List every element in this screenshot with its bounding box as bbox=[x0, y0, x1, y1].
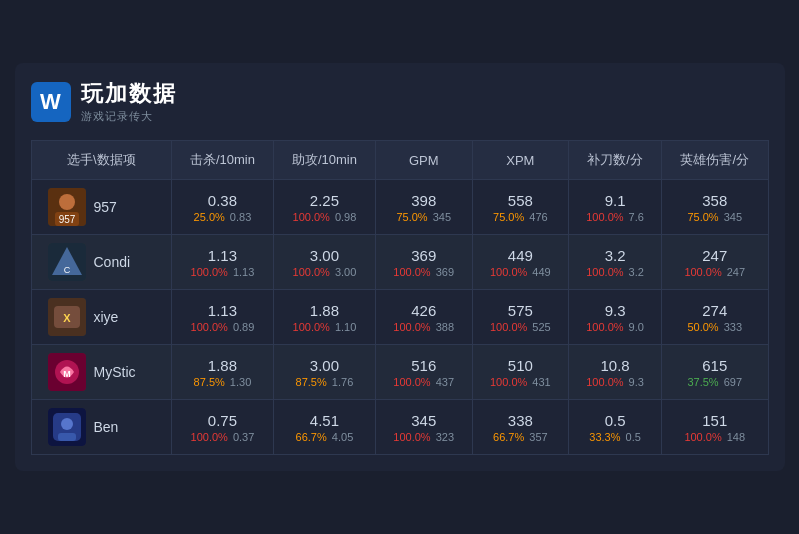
stat-pct: 100.0% bbox=[393, 266, 430, 278]
stat-val: 0.98 bbox=[332, 211, 356, 223]
stat-val: 697 bbox=[721, 376, 742, 388]
svg-rect-16 bbox=[58, 433, 76, 441]
col-cs: 补刀数/分 bbox=[569, 141, 662, 180]
stat-main-value: 345 bbox=[384, 412, 464, 429]
table-row: 957 957 0.38 25.0% 0.83 2.25 100.0% 0.98… bbox=[31, 180, 768, 235]
stat-sub-value: 25.0% 0.83 bbox=[180, 211, 265, 223]
stat-pct: 100.0% bbox=[490, 376, 527, 388]
player-cell: X xiye bbox=[31, 290, 171, 345]
stat-gpm: 426 100.0% 388 bbox=[375, 290, 472, 345]
stat-kills: 1.13 100.0% 0.89 bbox=[171, 290, 273, 345]
stat-xpm: 575 100.0% 525 bbox=[472, 290, 569, 345]
stat-sub-value: 100.0% 1.13 bbox=[180, 266, 265, 278]
stat-val: 357 bbox=[526, 431, 547, 443]
stat-pct: 100.0% bbox=[490, 321, 527, 333]
stat-main-value: 338 bbox=[481, 412, 561, 429]
stat-sub-value: 100.0% 431 bbox=[481, 376, 561, 388]
table-row: X xiye 1.13 100.0% 0.89 1.88 100.0% 1.10… bbox=[31, 290, 768, 345]
stat-val: 247 bbox=[724, 266, 745, 278]
stat-sub-value: 100.0% 148 bbox=[670, 431, 760, 443]
stat-pct: 100.0% bbox=[586, 211, 623, 223]
svg-point-15 bbox=[61, 418, 73, 430]
stat-dmg: 274 50.0% 333 bbox=[661, 290, 768, 345]
avatar: C bbox=[48, 243, 86, 281]
svg-text:957: 957 bbox=[58, 214, 75, 225]
stat-val: 1.30 bbox=[227, 376, 251, 388]
stat-pct: 75.0% bbox=[493, 211, 524, 223]
stat-assists: 4.51 66.7% 4.05 bbox=[273, 400, 375, 455]
stat-val: 431 bbox=[529, 376, 550, 388]
stat-pct: 66.7% bbox=[296, 431, 327, 443]
stat-cs: 10.8 100.0% 9.3 bbox=[569, 345, 662, 400]
stat-dmg: 151 100.0% 148 bbox=[661, 400, 768, 455]
stat-main-value: 3.2 bbox=[577, 247, 653, 264]
stat-pct: 100.0% bbox=[293, 211, 330, 223]
stat-kills: 1.13 100.0% 1.13 bbox=[171, 235, 273, 290]
stat-sub-value: 100.0% 388 bbox=[384, 321, 464, 333]
stat-pct: 100.0% bbox=[191, 431, 228, 443]
stat-main-value: 274 bbox=[670, 302, 760, 319]
stat-val: 1.76 bbox=[329, 376, 353, 388]
stat-val: 437 bbox=[433, 376, 454, 388]
stat-gpm: 345 100.0% 323 bbox=[375, 400, 472, 455]
stat-main-value: 1.88 bbox=[282, 302, 367, 319]
stat-main-value: 247 bbox=[670, 247, 760, 264]
header: W 玩加数据 游戏记录传大 bbox=[31, 79, 769, 124]
stat-dmg: 247 100.0% 247 bbox=[661, 235, 768, 290]
stat-pct: 100.0% bbox=[586, 376, 623, 388]
stat-main-value: 3.00 bbox=[282, 357, 367, 374]
stat-val: 369 bbox=[433, 266, 454, 278]
stat-kills: 0.38 25.0% 0.83 bbox=[171, 180, 273, 235]
stat-val: 9.3 bbox=[626, 376, 644, 388]
stat-pct: 75.0% bbox=[396, 211, 427, 223]
stat-main-value: 4.51 bbox=[282, 412, 367, 429]
stat-sub-value: 100.0% 7.6 bbox=[577, 211, 653, 223]
stat-main-value: 0.38 bbox=[180, 192, 265, 209]
stat-main-value: 1.13 bbox=[180, 302, 265, 319]
stat-sub-value: 100.0% 323 bbox=[384, 431, 464, 443]
stat-main-value: 575 bbox=[481, 302, 561, 319]
stat-main-value: 151 bbox=[670, 412, 760, 429]
stat-sub-value: 100.0% 3.00 bbox=[282, 266, 367, 278]
player-name: xiye bbox=[94, 309, 119, 325]
stat-gpm: 369 100.0% 369 bbox=[375, 235, 472, 290]
stat-pct: 100.0% bbox=[490, 266, 527, 278]
stat-val: 333 bbox=[721, 321, 742, 333]
stat-sub-value: 100.0% 3.2 bbox=[577, 266, 653, 278]
stat-main-value: 9.1 bbox=[577, 192, 653, 209]
stat-sub-value: 37.5% 697 bbox=[670, 376, 760, 388]
stat-val: 3.00 bbox=[332, 266, 356, 278]
svg-text:X: X bbox=[63, 312, 71, 324]
stat-sub-value: 50.0% 333 bbox=[670, 321, 760, 333]
stat-pct: 33.3% bbox=[589, 431, 620, 443]
stat-main-value: 2.25 bbox=[282, 192, 367, 209]
stat-pct: 75.0% bbox=[687, 211, 718, 223]
stat-pct: 100.0% bbox=[191, 266, 228, 278]
stat-dmg: 615 37.5% 697 bbox=[661, 345, 768, 400]
stat-val: 0.83 bbox=[227, 211, 251, 223]
stat-cs: 3.2 100.0% 3.2 bbox=[569, 235, 662, 290]
svg-point-1 bbox=[59, 194, 75, 210]
stat-pct: 100.0% bbox=[293, 266, 330, 278]
stat-main-value: 0.5 bbox=[577, 412, 653, 429]
stat-cs: 9.1 100.0% 7.6 bbox=[569, 180, 662, 235]
stat-xpm: 510 100.0% 431 bbox=[472, 345, 569, 400]
stat-sub-value: 100.0% 0.37 bbox=[180, 431, 265, 443]
player-cell: C Condi bbox=[31, 235, 171, 290]
stat-sub-value: 75.0% 345 bbox=[670, 211, 760, 223]
stat-val: 1.13 bbox=[230, 266, 254, 278]
stat-val: 7.6 bbox=[626, 211, 644, 223]
stat-val: 476 bbox=[526, 211, 547, 223]
avatar: X bbox=[48, 298, 86, 336]
stat-main-value: 369 bbox=[384, 247, 464, 264]
col-assists: 助攻/10min bbox=[273, 141, 375, 180]
stat-pct: 87.5% bbox=[194, 376, 225, 388]
stat-assists: 3.00 100.0% 3.00 bbox=[273, 235, 375, 290]
stat-sub-value: 75.0% 345 bbox=[384, 211, 464, 223]
stat-pct: 100.0% bbox=[393, 321, 430, 333]
col-xpm: XPM bbox=[472, 141, 569, 180]
stat-sub-value: 100.0% 9.0 bbox=[577, 321, 653, 333]
logo-letter: W bbox=[40, 89, 61, 115]
stat-pct: 66.7% bbox=[493, 431, 524, 443]
stat-pct: 100.0% bbox=[191, 321, 228, 333]
